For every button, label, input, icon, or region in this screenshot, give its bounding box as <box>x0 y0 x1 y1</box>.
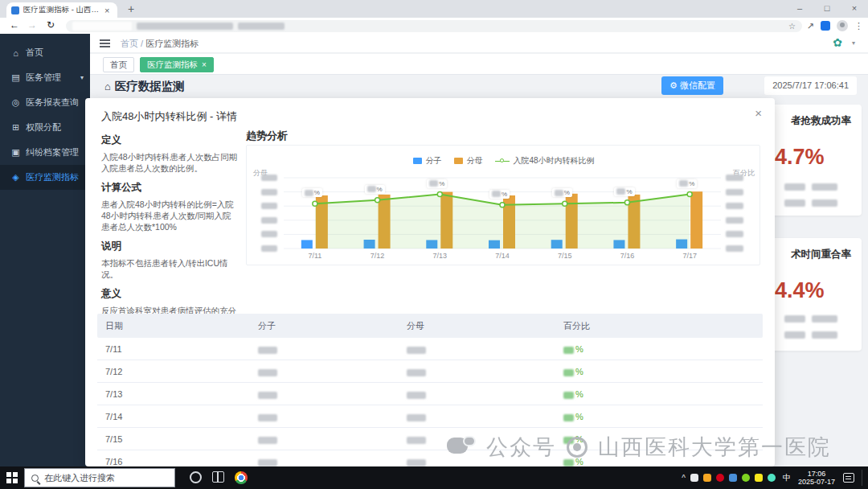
chat-bubbles-icon <box>447 436 476 458</box>
tray-icon[interactable] <box>742 474 750 482</box>
note-body: 本指标不包括患者转入/转出ICU情况。 <box>101 258 240 280</box>
tab-label: 医疗监测指标 <box>147 60 198 69</box>
notification-center-icon[interactable] <box>843 473 854 483</box>
org-logo-icon[interactable]: ✿ <box>833 36 842 49</box>
formula-body: 患者入院48小时内转科的比例=入院48小时内转科患者人次数/同期入院患者总人次数… <box>101 199 240 232</box>
legend-item-numerator[interactable]: 分子 <box>413 155 441 166</box>
system-tray: ^ 中 17:06 2025-07-17 <box>682 466 866 489</box>
line-point-label: % <box>614 187 634 196</box>
timestamp: 2025/7/17 17:06:41 <box>764 76 857 95</box>
table-row: 7/14 % <box>97 405 763 428</box>
redacted-value <box>258 437 277 444</box>
tray-icon[interactable] <box>690 474 698 482</box>
wechat-config-button[interactable]: ⚙ 微信配置 <box>661 76 723 95</box>
sidebar-item-home[interactable]: ⌂ 首页 <box>0 40 90 65</box>
show-desktop-button[interactable] <box>862 470 863 486</box>
redacted-stat-row <box>784 315 837 323</box>
forward-icon[interactable]: → <box>27 19 37 31</box>
svg-text:7/14: 7/14 <box>495 252 510 260</box>
chevron-down-icon[interactable]: ▾ <box>852 39 855 47</box>
col-date: 日期 <box>105 314 123 338</box>
tab-favicon-icon <box>11 6 19 14</box>
close-icon[interactable]: × <box>202 60 207 69</box>
redacted-percent <box>563 414 574 421</box>
wechat-config-label: 微信配置 <box>680 80 715 90</box>
svg-text:7/12: 7/12 <box>371 252 385 260</box>
tray-icon[interactable] <box>768 474 776 482</box>
ime-indicator[interactable]: 中 <box>780 472 793 483</box>
line-point-label: % <box>365 185 385 194</box>
redacted-value <box>258 414 277 421</box>
chevron-down-icon: ▾ <box>80 74 84 81</box>
sidebar-item-label: 医疗监测指标 <box>26 171 79 183</box>
redacted-value <box>258 347 277 354</box>
tab-close-icon[interactable]: × <box>104 6 109 15</box>
start-button[interactable] <box>6 472 18 483</box>
tray-icon[interactable] <box>729 474 737 482</box>
dialog-close-icon[interactable]: × <box>755 106 762 120</box>
tags-view-bar: 首页 医疗监测指标× <box>90 54 868 75</box>
new-tab-button[interactable]: + <box>124 2 138 16</box>
reload-icon[interactable]: ↻ <box>47 19 55 31</box>
card-value: 4.7% <box>775 145 825 170</box>
search-icon: ◎ <box>10 97 21 108</box>
share-icon[interactable]: ↗ <box>807 21 814 31</box>
tray-icon[interactable] <box>755 474 763 482</box>
watermark: 公众号 山西医科大学第一医院 <box>447 433 831 462</box>
browser-tab[interactable]: 医疗监测指标 - 山西医科大学第... × <box>6 2 117 18</box>
sidebar-item-dispute-archive[interactable]: ▣ 纠纷档案管理 <box>0 140 90 165</box>
sidebar-item-label: 权限分配 <box>26 121 61 134</box>
sidebar-item-monitor-indicators[interactable]: ◈ 医疗监测指标 <box>0 165 90 190</box>
sidebar-item-report-query[interactable]: ◎ 医务报表查询 <box>0 90 90 115</box>
sidebar-item-medical-management[interactable]: ▤ 医务管理 ▾ <box>0 65 90 90</box>
redacted-url <box>137 23 233 30</box>
redacted-axis-tick <box>726 203 743 209</box>
taskbar-clock[interactable]: 17:06 2025-07-17 <box>798 470 835 487</box>
chrome-icon[interactable] <box>235 471 248 484</box>
task-view-icon[interactable] <box>212 471 224 483</box>
browser-menu-icon[interactable]: ⋮ <box>854 21 863 31</box>
redacted-percent <box>563 347 574 354</box>
sidebar-item-label: 医务管理 <box>26 72 61 84</box>
tray-icon[interactable] <box>716 474 724 482</box>
legend-item-denominator[interactable]: 分母 <box>454 155 482 166</box>
extension-icon[interactable] <box>821 21 830 31</box>
sidebar-item-label: 首页 <box>26 47 43 59</box>
window-controls: – □ × <box>786 0 868 18</box>
legend-swatch-blue <box>413 158 422 164</box>
window-maximize-button[interactable]: □ <box>813 0 841 18</box>
window-minimize-button[interactable]: – <box>786 0 813 18</box>
tab-monitor-indicators[interactable]: 医疗监测指标× <box>140 57 214 72</box>
legend-item-ratio-line[interactable]: 入院48小时内转科比例 <box>495 155 594 166</box>
redacted-axis-tick <box>261 231 277 237</box>
redacted-value <box>407 392 426 399</box>
row-date: 7/14 <box>105 405 122 427</box>
cortana-icon[interactable] <box>190 471 202 483</box>
taskbar-search[interactable]: 在此键入进行搜索 <box>24 468 175 487</box>
breadcrumb-separator: / <box>141 39 143 48</box>
profile-avatar[interactable] <box>837 20 848 31</box>
browser-tab-strip: 医疗监测指标 - 山西医科大学第... × + – □ × <box>0 0 868 18</box>
sidebar-item-permission[interactable]: ⊞ 权限分配 <box>0 115 90 140</box>
formula-heading: 计算公式 <box>101 181 240 195</box>
clock-time: 17:06 <box>798 470 835 479</box>
redacted-value <box>407 459 426 466</box>
redacted-value <box>258 459 277 466</box>
tab-home[interactable]: 首页 <box>103 57 134 72</box>
table-header-row: 日期 分子 分母 百分比 <box>97 314 763 338</box>
svg-text:7/11: 7/11 <box>308 252 321 260</box>
redacted-value <box>258 392 277 399</box>
tray-expand-icon[interactable]: ^ <box>682 474 686 483</box>
svg-text:7/13: 7/13 <box>433 252 448 260</box>
breadcrumb-home[interactable]: 首页 <box>121 39 138 48</box>
window-close-button[interactable]: × <box>841 0 868 18</box>
redacted-axis-tick <box>261 245 277 252</box>
redacted-stat-row <box>784 183 837 191</box>
bookmark-star-icon[interactable]: ☆ <box>788 22 796 31</box>
redacted-axis-tick <box>261 217 277 224</box>
hamburger-icon[interactable] <box>100 39 110 47</box>
tray-icon[interactable] <box>703 474 711 482</box>
address-bar[interactable]: ☆ <box>66 20 802 32</box>
back-icon[interactable]: ← <box>10 19 19 31</box>
dialog-title: 入院48小时内转科比例 - 详情 <box>101 109 237 124</box>
